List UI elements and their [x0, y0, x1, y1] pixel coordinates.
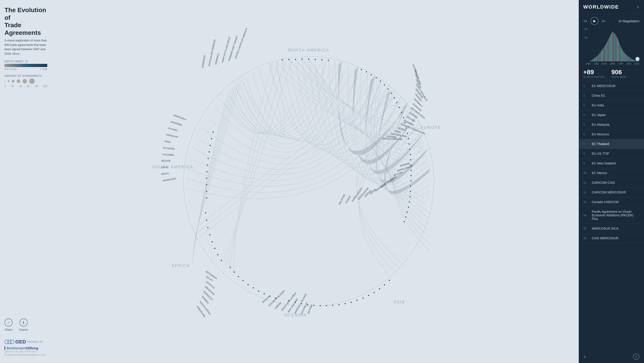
svg-point-18	[380, 80, 381, 82]
svg-point-67	[264, 293, 265, 294]
svg-point-50	[374, 292, 375, 293]
svg-rect-184	[602, 50, 602, 61]
more-link[interactable]: More...	[12, 52, 22, 55]
list-item-number: 16.	[583, 237, 590, 240]
svg-rect-215	[622, 50, 623, 61]
list-item[interactable]: 7.EC Thailand	[579, 139, 644, 149]
list-item[interactable]: 12.CARICOM MERCOSUR	[579, 188, 644, 197]
depth-help-icon[interactable]: ?	[25, 60, 28, 63]
svg-rect-189	[605, 46, 606, 61]
list-item[interactable]: 8.EU US TTIP	[579, 149, 644, 159]
svg-rect-179	[598, 55, 599, 61]
bertelsmann-logo: BertelsmannStiftung	[4, 346, 47, 350]
svg-point-11	[314, 59, 316, 60]
list-item[interactable]: 2.China EC	[579, 91, 644, 100]
svg-point-24	[398, 107, 400, 108]
list-item-name: EC Thailand	[592, 142, 609, 146]
list-item[interactable]: 4.EU Japan	[579, 110, 644, 120]
svg-rect-177	[597, 56, 598, 61]
svg-point-26	[403, 117, 404, 118]
svg-rect-224	[628, 57, 629, 61]
svg-point-86	[221, 260, 222, 261]
depth-labels: N.A. 0 Low 7 High	[4, 68, 47, 70]
list-item[interactable]: 15.MERCOSUR SICA	[579, 224, 644, 233]
svg-point-13	[328, 60, 329, 61]
svg-rect-199	[612, 33, 612, 61]
svg-rect-234	[635, 61, 636, 62]
project-text: PROJECT BY	[28, 341, 43, 343]
svg-rect-167	[590, 61, 591, 61]
ged-logo: GED	[15, 339, 26, 345]
svg-point-41	[410, 196, 411, 197]
scroll-up-chevron[interactable]: ∧	[583, 354, 586, 359]
svg-rect-206	[616, 36, 617, 61]
list-item[interactable]: 3.EU India	[579, 100, 644, 110]
right-panel: WORLDWIDE ∨ ⏮ ▶ ⏭ In Negotiation +40 +20	[579, 0, 644, 363]
svg-point-40	[410, 191, 411, 192]
svg-rect-229	[632, 59, 632, 61]
list-item-name: CAIS MERCOSUR	[592, 236, 618, 240]
list-item[interactable]: 14.Pacific Agreement on Closer Economic …	[579, 207, 644, 224]
svg-rect-225	[629, 57, 630, 61]
svg-point-72	[238, 276, 239, 277]
chart-x-labels: 1948 1960 1970 1980 1990 2000 2016	[586, 62, 640, 65]
list-item[interactable]: 13.Canada CARICOM	[579, 197, 644, 207]
svg-text:ASIA: ASIA	[393, 300, 405, 304]
panel-footer: ∧ ⊙	[579, 351, 644, 363]
export-button[interactable]: ⬇ Export	[19, 319, 28, 331]
svg-point-7	[288, 59, 290, 60]
svg-point-90	[209, 234, 210, 236]
svg-point-15	[366, 71, 367, 73]
svg-point-23	[396, 102, 398, 103]
list-item-number: 1.	[583, 84, 590, 87]
svg-rect-230	[632, 60, 633, 61]
mode-label: In Negotiation	[618, 19, 640, 23]
svg-point-45	[405, 216, 406, 218]
skip-back-button[interactable]: ⏮	[583, 19, 587, 23]
svg-rect-185	[602, 49, 603, 61]
svg-point-2	[10, 340, 14, 344]
svg-rect-198	[611, 34, 612, 62]
list-item-number: 4.	[583, 113, 590, 116]
amount-dots	[4, 78, 47, 84]
svg-rect-196	[610, 36, 610, 61]
list-item[interactable]: 11.CARICOM CAIS	[579, 178, 644, 188]
svg-rect-194	[608, 39, 609, 61]
svg-point-38	[410, 180, 412, 181]
left-panel: The Evolution of Trade Agreements A visu…	[0, 0, 52, 363]
svg-rect-207	[617, 38, 618, 61]
share-button[interactable]: ⤢ Share	[4, 319, 12, 331]
list-item[interactable]: 6.EU Morocco	[579, 130, 644, 139]
list-item-number: 15.	[583, 227, 590, 230]
svg-point-14	[361, 69, 362, 70]
svg-rect-232	[634, 60, 634, 61]
svg-rect-176	[596, 57, 597, 61]
until-now-number: 906	[611, 69, 626, 76]
worldwide-dropdown[interactable]: ∨	[636, 4, 640, 9]
play-button[interactable]: ▶	[590, 17, 598, 25]
skip-forward-button[interactable]: ⏭	[602, 19, 606, 23]
list-item[interactable]: 9.EC New Zealand	[579, 159, 644, 168]
list-item[interactable]: 5.EU Malaysia	[579, 120, 644, 130]
scroll-indicator[interactable]: ⊙	[633, 354, 640, 360]
svg-rect-183	[601, 51, 602, 61]
svg-rect-202	[614, 33, 614, 61]
svg-point-84	[206, 191, 207, 192]
list-item[interactable]: 10.EC Mexico	[579, 168, 644, 178]
list-item[interactable]: 1.EC MERCOSUR	[579, 81, 644, 91]
list-item-name: EU Morocco	[592, 132, 609, 136]
list-item[interactable]: 16.CAIS MERCOSUR	[579, 233, 644, 243]
panel-title: WORLDWIDE	[583, 4, 619, 10]
list-item-number: 6.	[583, 133, 590, 136]
svg-point-85	[206, 197, 208, 199]
svg-rect-210	[619, 43, 620, 61]
svg-point-16	[370, 74, 372, 75]
svg-point-79	[208, 158, 209, 159]
in-negotiation-label: IN NEGOTIATION	[583, 76, 604, 78]
amount-label: AMOUNT OF AGREEMENTS	[4, 74, 47, 77]
timeline-handle[interactable]	[636, 57, 640, 61]
svg-rect-173	[594, 58, 595, 61]
svg-text:NORTH AMERICA: NORTH AMERICA	[288, 48, 330, 52]
chart-y-labels: +40 +20	[583, 28, 588, 39]
list-item-name: EC Mexico	[592, 171, 607, 175]
